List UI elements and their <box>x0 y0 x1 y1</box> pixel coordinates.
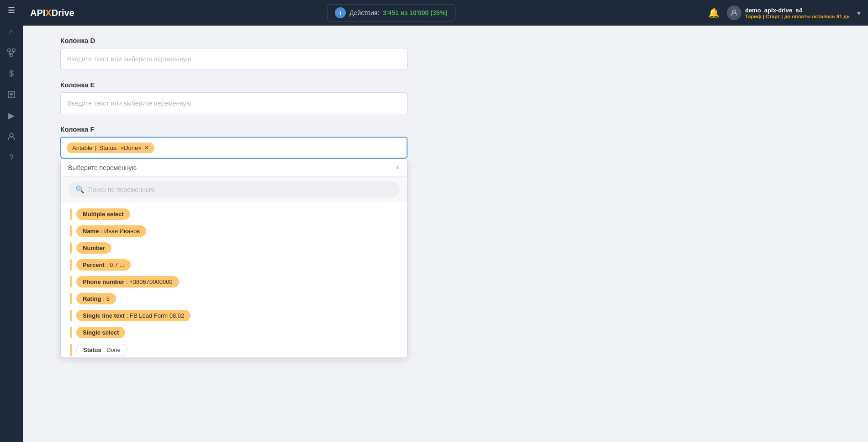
sidebar-item-help[interactable]: ? <box>0 147 23 168</box>
sidebar-item-home[interactable]: ⌂ <box>0 21 23 42</box>
left-bar <box>70 344 72 356</box>
kolonna-f-label: Колонка F <box>60 125 853 133</box>
tag-source: Airtable <box>72 144 92 151</box>
header-right: 🔔 demo_apix-drive_s4 Тариф | Старт | до … <box>708 5 861 20</box>
selected-tag: Airtable | Status: «Done» ✕ <box>67 143 154 153</box>
variable-dropdown: Выберите переменную × 🔍 Multiple selectN… <box>60 159 408 358</box>
left-bar <box>70 259 72 271</box>
user-name: demo_apix-drive_s4 <box>745 7 850 14</box>
tag-close-button[interactable]: ✕ <box>144 144 149 151</box>
variable-list: Multiple selectName: Иван ИвановNumberPe… <box>61 202 407 357</box>
variable-tag[interactable]: Number <box>76 242 111 254</box>
user-section: demo_apix-drive_s4 Тариф | Старт | до оп… <box>727 5 850 20</box>
left-bar <box>70 293 72 304</box>
kolonna-e-label: Колонка E <box>60 81 853 89</box>
tag-separator: | <box>95 144 96 151</box>
list-item[interactable]: Single select <box>61 324 407 341</box>
list-item[interactable]: Single line text: FB Lead Form 08.02 <box>61 307 407 324</box>
tag-value: «Done» <box>121 144 142 151</box>
badge-label: Действия: <box>349 9 379 16</box>
actions-badge: i Действия: 3'451 из 10'000 (35%) <box>327 4 455 21</box>
list-item[interactable]: Number <box>61 240 407 256</box>
sidebar-item-menu[interactable]: ☰ <box>0 0 23 21</box>
bell-icon[interactable]: 🔔 <box>708 7 720 18</box>
list-item[interactable]: Name: Иван Иванов <box>61 223 407 240</box>
sidebar-item-tasks[interactable] <box>0 84 23 105</box>
left-bar <box>70 242 72 254</box>
main-content: Колонка D Колонка E Колонка F Airtable |… <box>46 26 868 442</box>
left-bar <box>70 225 72 237</box>
kolonna-e-section: Колонка E <box>60 81 853 114</box>
list-item[interactable]: Phone number: +380670000000 <box>61 273 407 290</box>
list-item[interactable]: Multiple select <box>61 206 407 223</box>
logo: APIXDrive <box>30 8 74 18</box>
svg-rect-0 <box>8 49 11 52</box>
list-item[interactable]: Percent: 0.7 ... <box>61 256 407 273</box>
sidebar: ☰ ⌂ $ ▶ ? <box>0 0 23 442</box>
variable-search-input[interactable] <box>88 186 392 193</box>
kolonna-d-section: Колонка D <box>60 37 853 70</box>
dropdown-header: Выберите переменную × <box>61 159 407 177</box>
kolonna-f-section: Колонка F Airtable | Status: «Done» ✕ Вы… <box>60 125 853 358</box>
user-info: demo_apix-drive_s4 Тариф | Старт | до оп… <box>745 7 850 19</box>
svg-rect-1 <box>12 49 15 52</box>
sidebar-item-billing[interactable]: $ <box>0 63 23 84</box>
list-item[interactable]: Status: Done <box>61 341 407 357</box>
search-icon: 🔍 <box>75 185 85 194</box>
kolonna-e-input[interactable] <box>60 92 408 114</box>
list-item[interactable]: Rating: 5 <box>61 290 407 307</box>
logo-x: X <box>45 8 51 18</box>
sidebar-item-play[interactable]: ▶ <box>0 105 23 126</box>
tag-field: Status: <box>99 144 117 151</box>
left-bar <box>70 327 72 338</box>
variable-tag[interactable]: Single select <box>76 327 125 338</box>
dropdown-title: Выберите переменную <box>68 164 137 171</box>
dropdown-close-button[interactable]: × <box>396 164 400 172</box>
kolonna-d-label: Колонка D <box>60 37 853 44</box>
variable-tag[interactable]: Percent: 0.7 ... <box>76 259 131 271</box>
svg-rect-2 <box>10 53 13 56</box>
chevron-down-icon[interactable]: ▾ <box>857 9 861 17</box>
badge-count: 3'451 из 10'000 (35%) <box>383 9 447 16</box>
sidebar-item-user[interactable] <box>0 126 23 147</box>
kolonna-f-input-wrapper[interactable]: Airtable | Status: «Done» ✕ <box>60 137 408 159</box>
logo-text: APIXDrive <box>30 8 74 18</box>
left-bar <box>70 208 72 220</box>
badge-info-icon: i <box>335 7 346 18</box>
search-bar: 🔍 <box>61 177 407 202</box>
variable-tag[interactable]: Status: Done <box>76 344 127 356</box>
search-input-wrapper: 🔍 <box>68 181 400 197</box>
left-bar <box>70 276 72 288</box>
left-bar <box>70 310 72 321</box>
variable-tag[interactable]: Multiple select <box>76 208 130 220</box>
user-tariff: Тариф | Старт | до оплаты осталось 91 дн <box>745 14 850 19</box>
sidebar-item-connections[interactable] <box>0 42 23 63</box>
kolonna-d-input[interactable] <box>60 48 408 70</box>
variable-tag[interactable]: Phone number: +380670000000 <box>76 276 179 288</box>
variable-tag[interactable]: Single line text: FB Lead Form 08.02 <box>76 310 191 321</box>
variable-tag[interactable]: Rating: 5 <box>76 293 116 304</box>
avatar <box>727 5 741 20</box>
header: APIXDrive i Действия: 3'451 из 10'000 (3… <box>23 0 868 26</box>
variable-tag[interactable]: Name: Иван Иванов <box>76 225 146 237</box>
